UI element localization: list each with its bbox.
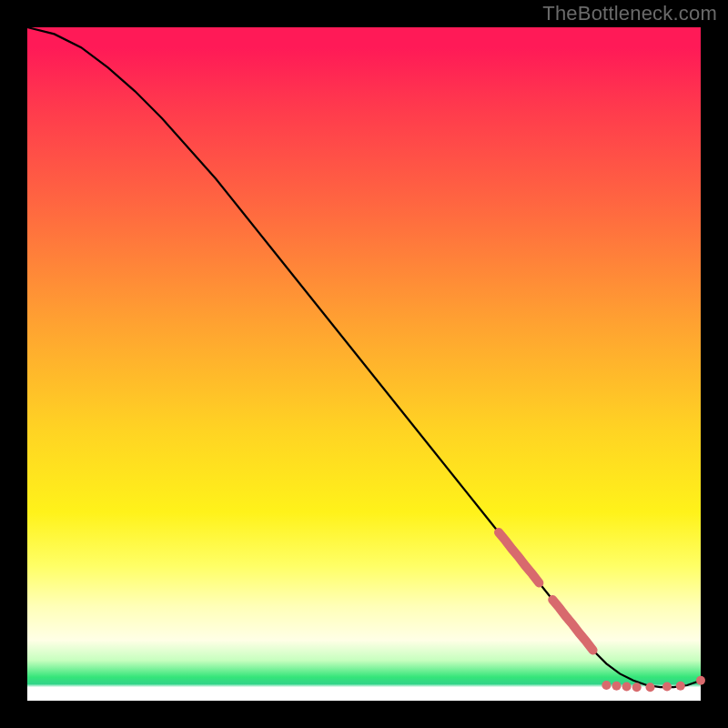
highlight-segment — [499, 532, 539, 583]
bottleneck-curve — [27, 27, 701, 687]
highlight-point — [646, 682, 655, 692]
highlight-point — [612, 682, 622, 691]
highlight-point — [602, 681, 611, 690]
chart-frame: TheBottleneck.com — [0, 0, 728, 728]
highlight-point — [696, 676, 705, 685]
highlight-point — [622, 682, 632, 692]
highlight-point — [662, 682, 672, 692]
highlight-segment — [552, 600, 592, 651]
highlight-point — [632, 682, 642, 692]
plot-area — [27, 27, 701, 701]
highlight-point — [676, 682, 685, 691]
chart-overlay — [27, 27, 701, 701]
watermark-text: TheBottleneck.com — [542, 2, 717, 25]
